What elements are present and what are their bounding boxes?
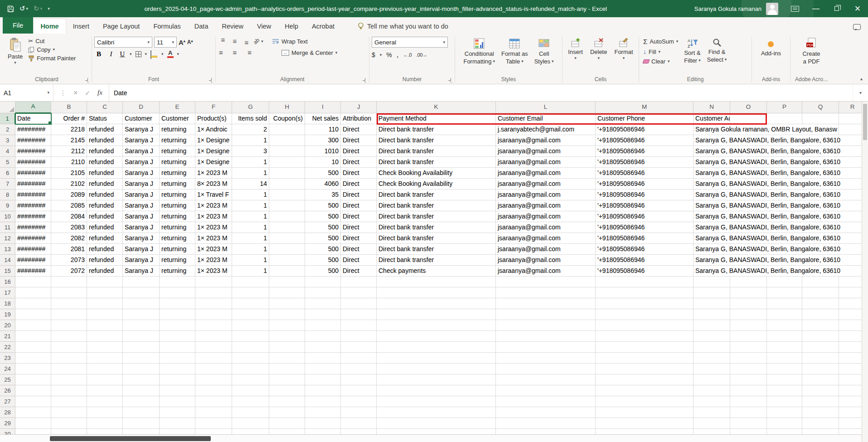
cell-F7[interactable]: 8× 2023 M <box>195 179 232 189</box>
user-name[interactable]: Saranya Gokula ramanan <box>694 5 761 12</box>
clipboard-dialog-launcher[interactable] <box>85 78 89 83</box>
align-right-button[interactable]: ≡ <box>242 48 252 57</box>
increase-decimal-button[interactable]: ←.0 <box>403 52 412 58</box>
cell-C28[interactable] <box>87 407 123 418</box>
cell-I10[interactable]: 500 <box>305 211 341 222</box>
cell-A26[interactable] <box>15 385 51 396</box>
cell-Q26[interactable] <box>802 385 839 396</box>
cell-M30[interactable] <box>596 429 693 434</box>
cell-G25[interactable] <box>232 374 269 385</box>
cell-H16[interactable] <box>269 277 305 287</box>
cell-L14[interactable]: jsaraanya@gmail.com <box>496 255 596 266</box>
cell-G27[interactable] <box>232 396 269 407</box>
cell-L11[interactable]: jsaraanya@gmail.com <box>496 222 596 233</box>
row-header-15[interactable]: 15 <box>0 266 15 277</box>
cell-G13[interactable]: 1 <box>232 244 269 255</box>
cell-I3[interactable]: 300 <box>305 135 341 146</box>
cell-K10[interactable]: Direct bank transfer <box>377 211 496 222</box>
row-header-21[interactable]: 21 <box>0 331 15 342</box>
cell-N23[interactable] <box>693 353 730 364</box>
cell-A23[interactable] <box>15 353 51 364</box>
cell-A10[interactable]: ######## <box>15 211 51 222</box>
cell-B20[interactable] <box>51 320 87 331</box>
cell-N20[interactable] <box>693 320 730 331</box>
cell-C12[interactable]: refunded <box>87 233 123 244</box>
cell-F14[interactable]: 1× 2023 M <box>195 255 232 266</box>
cell-J20[interactable] <box>341 320 377 331</box>
cell-L15[interactable]: jsaraanya@gmail.com <box>496 266 596 277</box>
cell-E24[interactable] <box>160 364 195 374</box>
tab-home[interactable]: Home <box>33 19 66 34</box>
cell-F30[interactable] <box>195 429 232 434</box>
cell-B27[interactable] <box>51 396 87 407</box>
cell-H10[interactable] <box>269 211 305 222</box>
cell-P27[interactable] <box>767 396 802 407</box>
cell-B7[interactable]: 2102 <box>51 179 87 189</box>
cell-L25[interactable] <box>496 374 596 385</box>
insert-cells-button[interactable]: Insert▾ <box>566 36 585 76</box>
cell-D23[interactable] <box>123 353 160 364</box>
number-format-combo[interactable]: General▾ <box>372 37 448 48</box>
cell-I16[interactable] <box>305 277 341 287</box>
cell-G8[interactable]: 1 <box>232 189 269 200</box>
cell-D9[interactable]: Saranya J <box>123 200 160 211</box>
sort-filter-button[interactable]: AZ Sort & Filter▾ <box>682 36 703 76</box>
cell-K8[interactable]: Direct bank transfer <box>377 189 496 200</box>
cell-A21[interactable] <box>15 331 51 342</box>
cell-Q22[interactable] <box>802 342 839 353</box>
cell-A5[interactable]: ######## <box>15 157 51 168</box>
cell-R15[interactable] <box>839 266 862 277</box>
cell-H22[interactable] <box>269 342 305 353</box>
cell-I7[interactable]: 4060 <box>305 179 341 189</box>
cell-P30[interactable] <box>767 429 802 434</box>
cell-E12[interactable]: returning <box>160 233 195 244</box>
cell-J5[interactable]: Direct <box>341 157 377 168</box>
cell-A14[interactable]: ######## <box>15 255 51 266</box>
row-header-12[interactable]: 12 <box>0 233 15 244</box>
cell-M17[interactable] <box>596 287 693 298</box>
cell-J23[interactable] <box>341 353 377 364</box>
cell-M14[interactable]: '+918095086946 <box>596 255 693 266</box>
cell-E8[interactable]: returning <box>160 189 195 200</box>
cell-A19[interactable] <box>15 309 51 320</box>
cell-R5[interactable] <box>839 157 862 168</box>
cell-I1[interactable]: Net sales <box>305 113 341 124</box>
cell-R28[interactable] <box>839 407 862 418</box>
cell-D19[interactable] <box>123 309 160 320</box>
cell-M19[interactable] <box>596 309 693 320</box>
cell-R25[interactable] <box>839 374 862 385</box>
cell-R16[interactable] <box>839 277 862 287</box>
delete-cells-button[interactable]: Delete▾ <box>588 36 610 76</box>
format-cells-button[interactable]: Format▾ <box>612 36 635 76</box>
cell-L27[interactable] <box>496 396 596 407</box>
cell-M4[interactable]: '+918095086946 <box>596 146 693 157</box>
cell-R17[interactable] <box>839 287 862 298</box>
cell-D27[interactable] <box>123 396 160 407</box>
clear-button[interactable]: Clear▾ <box>641 57 680 66</box>
cell-J8[interactable]: Direct <box>341 189 377 200</box>
cell-N11[interactable]: Saranya G, BANASWADI, Berlin, Bangalore,… <box>693 222 730 233</box>
cell-E17[interactable] <box>160 287 195 298</box>
cell-N13[interactable]: Saranya G, BANASWADI, Berlin, Bangalore,… <box>693 244 730 255</box>
cell-E4[interactable]: returning <box>160 146 195 157</box>
format-as-table-button[interactable]: Format as Table▾ <box>499 36 530 76</box>
cell-A2[interactable]: ######## <box>15 124 51 135</box>
cell-J14[interactable]: Direct <box>341 255 377 266</box>
cell-A7[interactable]: ######## <box>15 179 51 189</box>
cell-P23[interactable] <box>767 353 802 364</box>
cell-B24[interactable] <box>51 364 87 374</box>
tab-view[interactable]: View <box>250 19 278 34</box>
cell-C24[interactable] <box>87 364 123 374</box>
cell-N9[interactable]: Saranya G, BANASWADI, Berlin, Bangalore,… <box>693 200 730 211</box>
cell-K22[interactable] <box>377 342 496 353</box>
column-header-C[interactable]: C <box>87 102 123 113</box>
cell-E22[interactable] <box>160 342 195 353</box>
cell-J28[interactable] <box>341 407 377 418</box>
cell-C16[interactable] <box>87 277 123 287</box>
row-header-3[interactable]: 3 <box>0 135 15 146</box>
cell-I24[interactable] <box>305 364 341 374</box>
cell-A29[interactable] <box>15 418 51 429</box>
row-header-4[interactable]: 4 <box>0 146 15 157</box>
decrease-indent-button[interactable] <box>253 48 263 57</box>
cell-E7[interactable]: returning <box>160 179 195 189</box>
